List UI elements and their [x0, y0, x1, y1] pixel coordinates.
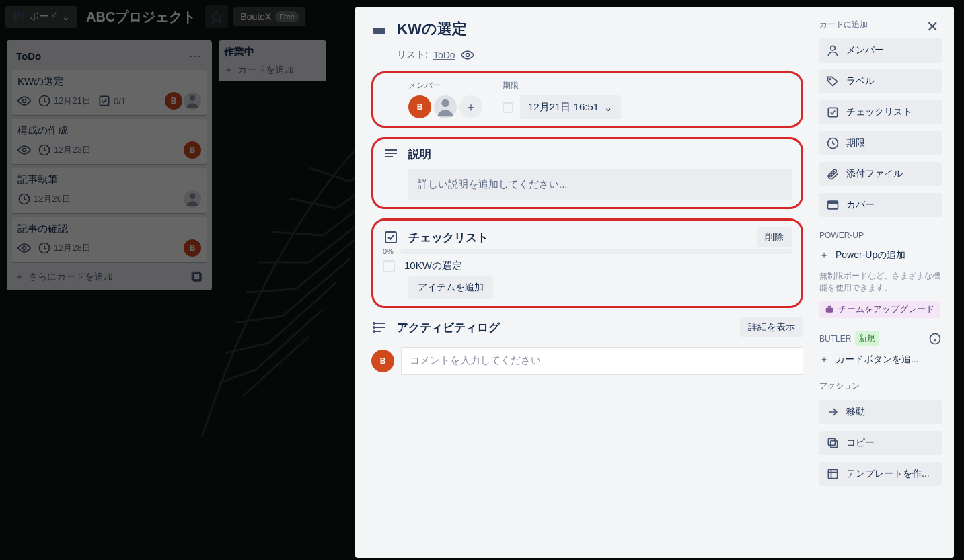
avatar[interactable]: B: [184, 239, 201, 257]
watch-icon: [17, 241, 31, 255]
list-todo: ToDo ⋯ KWの選定 12月21日 0/1 B 構成の作成 12月23日 B: [7, 40, 212, 290]
copy-button[interactable]: コピー: [819, 431, 942, 455]
add-labels-button[interactable]: ラベル: [819, 69, 942, 93]
add-powerup-button[interactable]: ＋Power-Upの追加: [819, 248, 942, 263]
progress-percent: 0%: [383, 247, 394, 255]
svg-rect-20: [385, 149, 397, 151]
due-label: 期限: [503, 80, 621, 91]
svg-marker-3: [211, 11, 223, 23]
card[interactable]: 構成の作成 12月23日 B: [12, 119, 207, 164]
svg-point-28: [829, 79, 831, 80]
svg-rect-6: [100, 96, 108, 105]
avatar[interactable]: [184, 92, 201, 110]
chevron-down-icon: ⌄: [604, 102, 613, 114]
avatar[interactable]: [184, 190, 201, 208]
show-details-button[interactable]: 詳細を表示: [740, 317, 803, 337]
due-checkbox[interactable]: [503, 102, 513, 113]
watch-icon: [17, 94, 31, 108]
watch-icon[interactable]: [461, 48, 474, 62]
avatar[interactable]: [434, 95, 457, 118]
clock-icon: [38, 94, 51, 108]
board-view-button[interactable]: ボード ⌄: [5, 6, 77, 28]
svg-rect-37: [828, 469, 837, 478]
info-icon[interactable]: [928, 332, 942, 346]
list-working: 作業中 ＋ カードを追加: [219, 40, 326, 81]
svg-point-7: [190, 95, 196, 101]
workspace-name: BouteX: [240, 11, 271, 22]
star-button[interactable]: [205, 5, 228, 28]
clock-icon: [17, 192, 31, 206]
add-card-button-butler[interactable]: ＋カードボタンを追...: [819, 352, 942, 367]
svg-rect-29: [828, 108, 837, 116]
svg-rect-0: [14, 12, 17, 21]
card[interactable]: 記事執筆 12月26日: [12, 168, 207, 213]
activity-icon: [371, 319, 387, 335]
svg-rect-36: [828, 438, 835, 445]
action-heading: アクション: [819, 381, 942, 392]
card-detail-title[interactable]: KWの選定: [397, 19, 467, 39]
svg-point-11: [190, 193, 196, 199]
checklist-heading[interactable]: チェックリスト: [408, 230, 488, 245]
card[interactable]: KWの選定 12月21日 0/1 B: [12, 70, 207, 115]
briefcase-icon: [825, 305, 834, 314]
add-checklist-button[interactable]: チェックリスト: [819, 100, 942, 124]
add-card-button[interactable]: ＋ さらにカードを追加: [15, 271, 113, 283]
card-icon: [371, 22, 387, 38]
due-date-button[interactable]: 12月21日 16:51 ⌄: [520, 95, 621, 119]
list-menu-button[interactable]: ⋯: [189, 48, 202, 63]
powerup-heading: POWER-UP: [819, 231, 942, 240]
chevron-down-icon: ⌄: [62, 11, 70, 22]
checklist-item-text[interactable]: 10KWの選定: [404, 259, 462, 272]
comment-input[interactable]: コメントを入力してください: [401, 347, 803, 374]
list-title[interactable]: ToDo: [16, 50, 41, 62]
checklist-icon: [98, 94, 111, 108]
add-member-button[interactable]: ＋: [459, 95, 482, 118]
close-button[interactable]: ✕: [922, 16, 943, 38]
star-icon: [210, 10, 223, 24]
avatar[interactable]: B: [165, 92, 182, 110]
add-card-button[interactable]: ＋ カードを追加: [224, 64, 321, 76]
svg-rect-33: [826, 308, 833, 313]
plus-icon: ＋: [819, 354, 829, 366]
board-icon: [12, 10, 26, 24]
svg-point-25: [373, 327, 375, 328]
checklist-checkbox[interactable]: [383, 260, 395, 272]
svg-rect-22: [385, 156, 393, 157]
add-checklist-item-button[interactable]: アイテムを追加: [408, 276, 493, 299]
arrow-right-icon: [826, 405, 840, 419]
description-input[interactable]: 詳しい説明を追加してください...: [408, 169, 792, 200]
board-title[interactable]: ABCプロジェクト: [86, 8, 196, 26]
checklist-icon: [383, 229, 399, 245]
person-icon: [826, 44, 840, 57]
plus-icon: ＋: [224, 64, 233, 76]
checklist-icon: [826, 106, 840, 119]
avatar[interactable]: B: [408, 95, 431, 118]
svg-rect-23: [385, 232, 396, 243]
list-title[interactable]: 作業中: [224, 46, 321, 58]
add-cover-button[interactable]: カバー: [819, 193, 942, 217]
plus-icon: ＋: [819, 249, 829, 262]
workspace-chip[interactable]: BouteX Free: [233, 7, 305, 26]
watch-icon: [17, 143, 31, 157]
card[interactable]: 記事の確認 12月28日 B: [12, 217, 207, 262]
clock-icon: [38, 241, 51, 255]
upgrade-button[interactable]: チームをアップグレード: [819, 301, 940, 318]
move-button[interactable]: 移動: [819, 400, 942, 424]
paperclip-icon: [826, 167, 840, 181]
add-due-button[interactable]: 期限: [819, 131, 942, 155]
delete-checklist-button[interactable]: 削除: [757, 227, 792, 247]
card-due: 12月21日: [54, 95, 91, 107]
powerup-note: 無制限ボードなど、さまざまな機能を使用できます。: [819, 270, 942, 294]
template-button[interactable]: テンプレートを作...: [819, 462, 942, 486]
add-members-button[interactable]: メンバー: [819, 38, 942, 63]
avatar[interactable]: B: [184, 141, 201, 159]
svg-rect-32: [828, 201, 838, 204]
template-icon[interactable]: [190, 270, 204, 284]
plus-icon: ＋: [15, 271, 24, 283]
add-attachment-button[interactable]: 添付ファイル: [819, 162, 942, 186]
card-due: 12月28日: [54, 242, 91, 254]
add-card-label: カードを追加: [237, 64, 294, 76]
card-title: KWの選定: [17, 75, 201, 88]
card-check-count: 0/1: [114, 96, 126, 106]
list-link[interactable]: ToDo: [433, 50, 455, 61]
